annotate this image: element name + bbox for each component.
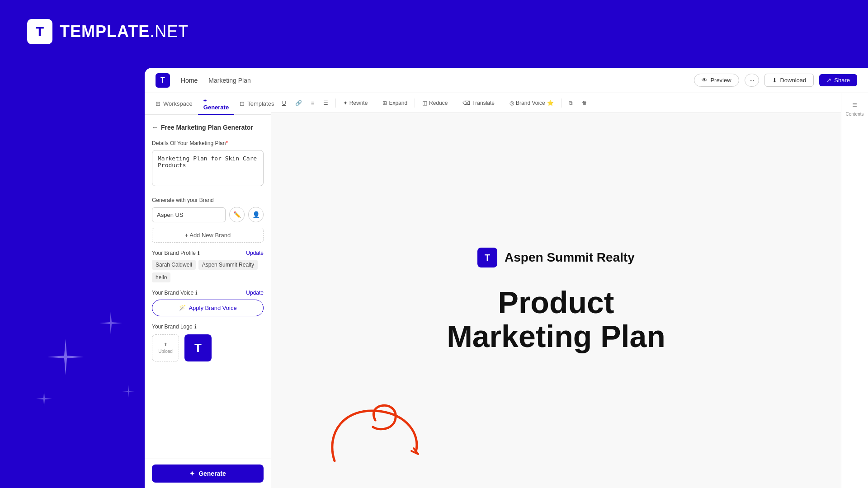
voice-label: Your Brand Voice ℹ (152, 290, 198, 296)
form-label: Details Of Your Marketing Plan* (152, 140, 264, 146)
templates-icon: ⊡ (240, 100, 245, 107)
upload-arrow-icon: ⬆ (164, 342, 167, 347)
brand-select[interactable]: Aspen US (152, 207, 226, 222)
sparkle-small (36, 391, 52, 407)
back-link[interactable]: ← Free Marketing Plan Generator (152, 124, 264, 131)
tag-sarah: Sarah Caldwell (152, 260, 196, 270)
share-button[interactable]: ↗ Share (819, 74, 857, 86)
apply-brand-voice-button[interactable]: 🪄 Apply Brand Voice (152, 300, 264, 316)
tab-generate[interactable]: + Generate (198, 94, 234, 115)
underline-icon: U (282, 100, 286, 106)
doc-title-line2: Marketing Plan (447, 319, 665, 353)
voice-update-link[interactable]: Update (246, 290, 264, 296)
preview-button[interactable]: 👁 Preview (694, 74, 739, 87)
download-icon: ⬇ (772, 77, 777, 84)
add-user-icon-button[interactable]: 👤 (248, 207, 264, 222)
star-icon: ⭐ (547, 100, 554, 106)
tag-aspen: Aspen Summit Realty (198, 260, 258, 270)
logo-info-icon: ℹ (194, 324, 197, 330)
reduce-button[interactable]: ◫ Reduce (419, 98, 451, 108)
profile-info-icon: ℹ (198, 250, 200, 256)
rewrite-button[interactable]: ✦ Rewrite (340, 98, 372, 108)
app-topbar-right: 👁 Preview ··· ⬇ Download ↗ Share (694, 74, 857, 87)
expand-button[interactable]: ⊞ Expand (379, 98, 411, 108)
tag-hello: hello (152, 272, 170, 282)
more-options-button[interactable]: ··· (745, 74, 760, 87)
contents-icon[interactable]: ≡ (852, 100, 857, 110)
sparkle-large (47, 339, 84, 375)
contents-label: Contents (845, 112, 863, 117)
doc-logo: T (477, 248, 497, 267)
app-logo: T (156, 73, 170, 88)
upload-box[interactable]: ⬆ Upload (152, 334, 179, 361)
main-content: U 🔗 ≡ ☰ ✦ Rewrite ⊞ E (271, 93, 841, 488)
app-body: ⊞ Workspace + Generate ⊡ Templates ← Fre… (145, 93, 868, 488)
link-button[interactable]: 🔗 (292, 98, 306, 108)
logo-section-header: Your Brand Logo ℹ (152, 324, 264, 330)
sparkle-medium (99, 312, 122, 334)
sparkle-icon: ✦ (189, 470, 195, 477)
voice-section-header: Your Brand Voice ℹ Update (152, 290, 264, 296)
share-icon: ↗ (826, 77, 831, 84)
generate-button[interactable]: ✦ Generate (152, 465, 264, 483)
profile-update-link[interactable]: Update (246, 250, 264, 256)
content-area: T Aspen Summit Realty Product Marketing … (271, 113, 841, 488)
delete-button[interactable]: 🗑 (578, 98, 591, 108)
link-icon: 🔗 (295, 100, 302, 106)
align-button[interactable]: ☰ (320, 98, 332, 108)
translate-button[interactable]: ⌫ Translate (459, 98, 498, 108)
doc-title: Product Marketing Plan (447, 286, 665, 353)
doc-company-name: Aspen Summit Realty (505, 250, 635, 265)
profile-section-header: Your Brand Profile ℹ Update (152, 250, 264, 256)
toolbar-separator-1 (335, 99, 336, 108)
doc-title-line1: Product (447, 286, 665, 319)
download-button[interactable]: ⬇ Download (764, 74, 814, 87)
workspace-icon: ⊞ (156, 100, 160, 107)
translate-icon: ⌫ (462, 100, 470, 106)
logo-box: T (27, 19, 52, 44)
voice-info-icon: ℹ (195, 290, 198, 296)
rewrite-icon: ✦ (343, 100, 348, 106)
reduce-icon: ◫ (422, 100, 427, 106)
tab-templates[interactable]: ⊡ Templates (234, 94, 279, 115)
toolbar-separator-5 (502, 99, 502, 108)
app-window: T Home Marketing Plan 👁 Preview ··· ⬇ Do… (145, 68, 868, 488)
brand-section-label: Generate with your Brand (152, 197, 264, 203)
tab-workspace[interactable]: ⊞ Workspace (150, 94, 198, 115)
list-button[interactable]: ≡ (307, 98, 318, 108)
list-icon: ≡ (311, 100, 314, 106)
marketing-plan-textarea[interactable] (152, 150, 264, 186)
brand-select-wrapper: Aspen US (152, 207, 226, 222)
toolbar-separator-6 (561, 99, 561, 108)
logo-text: TEMPLATE.NET (60, 22, 189, 41)
contents-sidebar: ≡ Contents (841, 93, 868, 488)
toolbar: U 🔗 ≡ ☰ ✦ Rewrite ⊞ E (271, 93, 841, 113)
preview-icon: 👁 (702, 77, 708, 84)
add-brand-button[interactable]: + Add New Brand (152, 228, 264, 243)
brand-voice-button[interactable]: ◎ Brand Voice ⭐ (506, 98, 557, 108)
app-topbar-left: T Home Marketing Plan (156, 73, 251, 88)
expand-icon: ⊞ (382, 100, 387, 106)
required-star: * (226, 140, 228, 146)
logo-container: T TEMPLATE.NET (27, 19, 189, 44)
left-panel-tabs: ⊞ Workspace + Generate ⊡ Templates (145, 93, 271, 115)
align-icon: ☰ (323, 100, 328, 106)
nav-home[interactable]: Home (181, 77, 198, 84)
profile-tags: Sarah Caldwell Aspen Summit Realty hello (152, 260, 264, 282)
sparkle-tiny (122, 385, 135, 398)
trash-icon: 🗑 (582, 100, 587, 106)
generator-form: ← Free Marketing Plan Generator Details … (145, 115, 271, 459)
logo-letter: T (36, 24, 44, 39)
generate-btn-wrapper: ✦ Generate (145, 459, 271, 488)
doc-header: T Aspen Summit Realty (477, 248, 635, 267)
wand-icon: 🪄 (179, 305, 186, 311)
brand-name: TEMPLATE (60, 22, 150, 41)
edit-brand-icon-button[interactable]: ✏️ (229, 207, 245, 222)
brand-suffix: .NET (150, 22, 189, 41)
logo-row: ⬆ Upload T (152, 334, 264, 361)
underline-button[interactable]: U (278, 98, 290, 108)
left-panel: ⊞ Workspace + Generate ⊡ Templates ← Fre… (145, 93, 271, 488)
brand-voice-icon: ◎ (509, 100, 514, 106)
copy-button[interactable]: ⧉ (565, 98, 576, 108)
arrow-decoration (307, 398, 434, 470)
